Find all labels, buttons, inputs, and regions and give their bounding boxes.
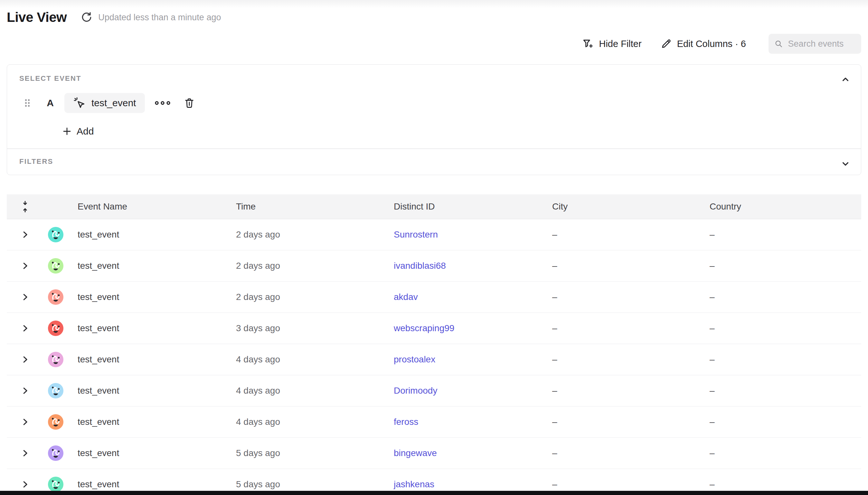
distinct-id-link[interactable]: bingewave (389, 448, 547, 458)
col-event-name: Event Name (72, 202, 231, 212)
row-expand-chevron[interactable] (20, 386, 30, 395)
city-value: – (547, 448, 704, 458)
row-expand-chevron[interactable] (20, 355, 30, 364)
event-name: test_event (72, 386, 231, 396)
row-expand-chevron[interactable] (20, 480, 30, 489)
city-value: – (547, 292, 704, 302)
row-expand-chevron[interactable] (20, 417, 30, 427)
row-expand-chevron[interactable] (20, 323, 30, 333)
col-country: Country (704, 202, 861, 212)
table-row[interactable]: test_event 3 days ago webscraping99 – – (7, 313, 861, 344)
chevron-right-icon (20, 448, 30, 458)
row-expand-chevron[interactable] (20, 292, 30, 302)
country-value: – (704, 354, 861, 365)
add-event-button[interactable]: Add (62, 126, 94, 137)
event-name: test_event (72, 479, 231, 490)
chevron-right-icon (20, 261, 30, 271)
chevron-right-icon (20, 292, 30, 302)
table-row[interactable]: test_event 2 days ago Sunrostern – – (7, 219, 861, 251)
row-expand-chevron[interactable] (20, 261, 30, 271)
event-chip-label: test_event (91, 98, 136, 108)
table-row[interactable]: test_event 4 days ago feross – – (7, 407, 861, 438)
chevron-right-icon (20, 480, 30, 489)
events-table: Event Name Time Distinct ID City Country… (7, 194, 861, 495)
table-row[interactable]: test_event 2 days ago akdav – – (7, 281, 861, 313)
city-value: – (547, 261, 704, 271)
event-name: test_event (72, 417, 231, 427)
doodle-face-icon (48, 258, 64, 274)
hide-filter-button[interactable]: Hide Filter (582, 38, 641, 50)
table-row[interactable]: test_event 4 days ago Dorimoody – – (7, 375, 861, 407)
col-time: Time (231, 202, 389, 212)
city-value: – (547, 417, 704, 427)
collapse-all-rows-button[interactable] (20, 200, 30, 213)
avatar (48, 383, 64, 398)
drag-handle[interactable] (22, 97, 32, 109)
col-distinct-id: Distinct ID (389, 202, 547, 212)
col-city: City (547, 202, 704, 212)
event-query-row: A test_event (19, 93, 849, 113)
avatar (48, 258, 64, 274)
event-time: 2 days ago (231, 261, 389, 271)
plus-icon (62, 126, 72, 136)
event-name: test_event (72, 229, 231, 240)
distinct-id-link[interactable]: jashkenas (389, 479, 547, 490)
event-time: 4 days ago (231, 417, 389, 427)
refresh-button[interactable] (80, 10, 94, 24)
trash-icon (184, 97, 195, 109)
avatar (48, 477, 64, 492)
chevron-up-icon (840, 74, 851, 85)
search-events-input[interactable] (788, 39, 855, 49)
doodle-face-icon (48, 352, 64, 367)
row-expand-chevron[interactable] (20, 448, 30, 458)
distinct-id-link[interactable]: Dorimoody (389, 386, 547, 396)
filters-section: FILTERS (7, 149, 861, 175)
city-value: – (547, 386, 704, 396)
country-value: – (704, 229, 861, 240)
avatar (48, 352, 64, 367)
distinct-id-link[interactable]: Sunrostern (389, 229, 547, 240)
event-name: test_event (72, 354, 231, 365)
query-builder-panel: SELECT EVENT A (7, 64, 861, 175)
series-letter: A (46, 98, 55, 108)
table-row[interactable]: test_event 2 days ago ivandiblasi68 – – (7, 251, 861, 281)
edit-columns-button[interactable]: Edit Columns · 6 (660, 38, 746, 50)
drag-dots-icon (22, 97, 32, 109)
event-time: 2 days ago (231, 292, 389, 302)
avatar (48, 227, 64, 242)
event-name: test_event (72, 261, 231, 271)
country-value: – (704, 323, 861, 334)
collapse-select-event-button[interactable] (838, 72, 853, 87)
event-select-button[interactable]: test_event (64, 93, 145, 113)
filter-plus-icon (582, 38, 594, 50)
row-expand-chevron[interactable] (20, 230, 30, 239)
more-options-button[interactable] (154, 98, 171, 108)
window-bottom-edge (0, 491, 868, 495)
distinct-id-link[interactable]: akdav (389, 292, 547, 302)
event-name: test_event (72, 292, 231, 302)
distinct-id-link[interactable]: feross (389, 417, 547, 427)
page-header: Live View Updated less than a minute ago (7, 0, 861, 25)
doodle-face-icon (48, 321, 64, 336)
avatar (48, 414, 64, 430)
distinct-id-link[interactable]: webscraping99 (389, 323, 547, 334)
pencil-icon (660, 38, 672, 50)
table-row[interactable]: test_event 4 days ago prostoalex – – (7, 344, 861, 375)
chevron-right-icon (20, 355, 30, 364)
ellipsis-icon (154, 98, 171, 108)
delete-event-button[interactable] (184, 97, 195, 109)
city-value: – (547, 323, 704, 334)
chevron-down-icon (840, 159, 851, 169)
distinct-id-link[interactable]: ivandiblasi68 (389, 261, 547, 271)
table-row[interactable]: test_event 5 days ago bingewave – – (7, 438, 861, 469)
distinct-id-link[interactable]: prostoalex (389, 354, 547, 365)
country-value: – (704, 479, 861, 490)
doodle-face-icon (48, 477, 64, 492)
event-name: test_event (72, 323, 231, 334)
expand-filters-button[interactable] (838, 157, 853, 171)
select-event-label: SELECT EVENT (19, 74, 849, 83)
event-time: 5 days ago (231, 479, 389, 490)
hide-filter-label: Hide Filter (599, 39, 641, 49)
city-value: – (547, 229, 704, 240)
page-title: Live View (7, 10, 67, 25)
